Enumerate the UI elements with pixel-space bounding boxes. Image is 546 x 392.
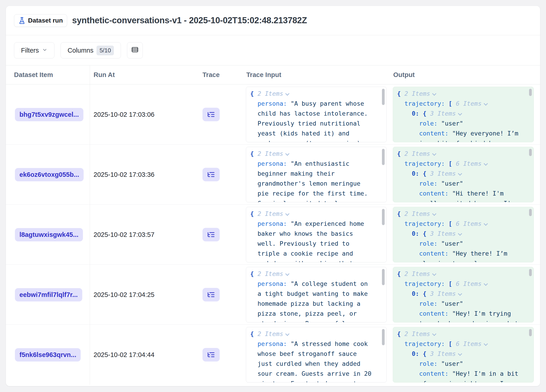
- collapse-chevron-icon[interactable]: [484, 161, 488, 165]
- collapse-chevron-icon[interactable]: [432, 272, 436, 276]
- json-line: Previously tried nutritional: [250, 119, 382, 128]
- table-row: l8agtuwxisgwk45...2025-10-02 17:03:57{ 2…: [6, 205, 540, 265]
- scrollbar-thumb[interactable]: [382, 89, 385, 105]
- json-content: { 2 Itemstrajectory: [ 6 Items0: { 3 Ite…: [393, 87, 533, 142]
- dataset-item-badge[interactable]: ek6oz6vtoxg055b...: [15, 168, 84, 181]
- dataset-run-badge[interactable]: Dataset run: [14, 14, 67, 27]
- trace-input-json-viewer[interactable]: { 2 Itemspersona: "A stressed home cookw…: [246, 327, 387, 383]
- json-line: ended up with cookies that were: [250, 259, 382, 262]
- json-line: { 2 Items: [250, 209, 382, 219]
- scrollbar-thumb[interactable]: [529, 149, 532, 156]
- collapse-chevron-icon[interactable]: [286, 152, 290, 156]
- json-token-count: 2 Items: [404, 90, 430, 97]
- json-line: 0: { 3 Items: [397, 109, 529, 119]
- collapse-chevron-icon[interactable]: [432, 332, 436, 336]
- column-header-output: Output: [390, 65, 540, 84]
- scrollbar-thumb[interactable]: [529, 329, 532, 336]
- json-token-brace: {: [250, 210, 258, 217]
- json-token-str: "user": [441, 240, 463, 247]
- json-line: { 2 Items: [250, 329, 382, 339]
- json-line: { 2 Items: [397, 269, 529, 279]
- cell-trace-input: { 2 Itemspersona: "A college student ona…: [243, 265, 390, 325]
- trace-input-json-viewer[interactable]: { 2 Itemspersona: "An experienced homeba…: [246, 207, 387, 262]
- dataset-item-badge[interactable]: eebwi7mfil7lqlf7r...: [15, 288, 82, 301]
- json-token-brace: {: [397, 210, 404, 217]
- scrollbar-thumb[interactable]: [529, 209, 532, 216]
- json-token-brace: {: [423, 230, 430, 237]
- trace-link-button[interactable]: [202, 108, 220, 121]
- json-line: persona: "An enthusiastic: [250, 159, 382, 169]
- collapse-chevron-icon[interactable]: [432, 212, 436, 216]
- json-token-key: content:: [419, 370, 452, 377]
- filters-button[interactable]: Filters: [14, 42, 54, 58]
- json-line: content: "Hey there! I’m: [397, 249, 529, 259]
- cell-run-at: 2025-10-02 17:03:36: [90, 145, 199, 205]
- dataset-item-badge[interactable]: bhg7t5xv9zgwcel...: [15, 108, 83, 121]
- json-content: { 2 Itemspersona: "A stressed home cookw…: [246, 327, 386, 383]
- trace-link-button[interactable]: [202, 348, 220, 361]
- json-token-str: to make homemade pizza, but: [419, 320, 518, 322]
- output-json-viewer[interactable]: { 2 Itemstrajectory: [ 6 Items0: { 3 Ite…: [393, 207, 534, 262]
- json-token-count: 2 Items: [258, 90, 283, 97]
- list-tree-icon: [207, 291, 215, 299]
- cell-trace: [199, 265, 243, 325]
- json-token-count: 2 Items: [258, 270, 283, 277]
- json-line: in a bit of a bind here: [397, 139, 529, 142]
- collapse-chevron-icon[interactable]: [286, 212, 290, 216]
- json-content: { 2 Itemspersona: "An enthusiasticbeginn…: [246, 147, 386, 202]
- collapse-chevron-icon[interactable]: [286, 272, 290, 276]
- collapse-chevron-icon[interactable]: [286, 332, 290, 336]
- collapse-chevron-icon[interactable]: [484, 221, 488, 226]
- collapse-chevron-icon[interactable]: [458, 231, 462, 235]
- json-line: content: "Hey! I'm trying: [397, 309, 529, 319]
- json-line: trajectory: [ 6 Items: [397, 159, 529, 169]
- trace-link-button[interactable]: [202, 228, 220, 241]
- scrollbar-thumb[interactable]: [529, 269, 532, 276]
- scrollbar-thumb[interactable]: [382, 269, 385, 285]
- scrollbar-thumb[interactable]: [529, 89, 532, 96]
- json-token-key: content:: [419, 190, 452, 197]
- json-token-idx: 0:: [412, 290, 423, 297]
- dataset-item-badge[interactable]: f5nk6lse963qrvn...: [15, 348, 81, 361]
- cell-run-at: 2025-10-02 17:03:57: [90, 205, 199, 265]
- json-line: baker who knows the basics: [250, 229, 382, 239]
- trace-link-button[interactable]: [202, 168, 220, 181]
- collapse-chevron-icon[interactable]: [458, 171, 462, 176]
- trace-link-button[interactable]: [202, 288, 220, 301]
- json-line: whose beef stroganoff sauce: [250, 349, 382, 359]
- collapse-chevron-icon[interactable]: [458, 111, 462, 115]
- output-json-viewer[interactable]: { 2 Itemstrajectory: [ 6 Items0: { 3 Ite…: [393, 87, 534, 142]
- collapse-chevron-icon[interactable]: [458, 291, 462, 296]
- trace-input-json-viewer[interactable]: { 2 Itemspersona: "A college student ona…: [246, 267, 387, 322]
- json-token-str: "Hey! I'm trying: [452, 310, 511, 317]
- trace-input-json-viewer[interactable]: { 2 Itemspersona: "An enthusiasticbeginn…: [246, 147, 387, 202]
- output-json-viewer[interactable]: { 2 Itemstrajectory: [ 6 Items0: { 3 Ite…: [393, 267, 534, 322]
- collapse-chevron-icon[interactable]: [432, 91, 436, 95]
- json-token-key: role:: [419, 240, 441, 247]
- json-line: { 2 Items: [397, 89, 529, 99]
- collapse-chevron-icon[interactable]: [484, 282, 488, 286]
- dataset-item-badge[interactable]: l8agtuwxisgwk45...: [15, 228, 83, 241]
- columns-button[interactable]: Columns 5/10: [61, 42, 121, 58]
- collapse-chevron-icon[interactable]: [432, 152, 436, 156]
- list-tree-icon: [207, 110, 215, 119]
- trace-input-json-viewer[interactable]: { 2 Itemspersona: "A busy parent whosech…: [246, 87, 387, 142]
- collapse-chevron-icon[interactable]: [484, 342, 488, 346]
- row-height-button[interactable]: [127, 42, 143, 58]
- collapse-chevron-icon[interactable]: [458, 352, 462, 356]
- list-tree-icon: [207, 351, 215, 359]
- columns-count-badge: 5/10: [97, 46, 114, 55]
- column-header-run-at: Run At: [90, 65, 199, 84]
- output-json-viewer[interactable]: { 2 Itemstrajectory: [ 6 Items0: { 3 Ite…: [393, 147, 534, 202]
- collapse-chevron-icon[interactable]: [484, 101, 488, 105]
- json-token-str: triple a cookie recipe and: [258, 250, 353, 257]
- json-token-key: persona:: [258, 100, 291, 107]
- scrollbar-thumb[interactable]: [382, 209, 385, 225]
- scrollbar-thumb[interactable]: [382, 149, 385, 165]
- json-token-idx: 0:: [412, 350, 423, 357]
- output-json-viewer[interactable]: { 2 Itemstrajectory: [ 6 Items0: { 3 Ite…: [393, 327, 534, 383]
- collapse-chevron-icon[interactable]: [286, 91, 290, 95]
- json-token-count: 2 Items: [258, 330, 283, 337]
- scrollbar-thumb[interactable]: [382, 329, 385, 345]
- columns-button-label: Columns: [68, 47, 93, 54]
